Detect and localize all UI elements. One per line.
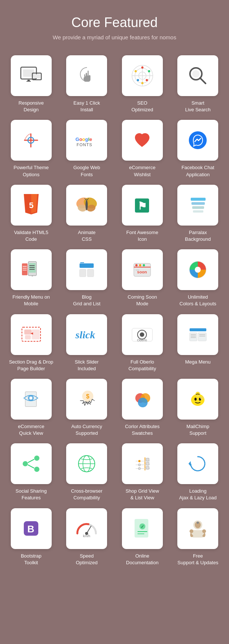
icon-box-blog-grid <box>66 249 107 290</box>
page-subtitle: We provide a myriad of unique features f… <box>7 34 222 40</box>
feature-label-validate-html5: Validate HTML5 Code <box>14 229 48 243</box>
header: Core Featured We provide a myriad of uni… <box>0 0 229 48</box>
svg-text:✓: ✓ <box>141 524 144 529</box>
icon-box-parallax <box>177 185 218 226</box>
icon-box-shop-grid <box>122 443 163 484</box>
feature-label-quickview: eCommerce Quick View <box>18 423 44 437</box>
svg-point-63 <box>143 264 145 266</box>
feature-label-easy-install: Easy 1 Click Install <box>73 100 100 113</box>
feature-label-section-drag-drop: Section Drag & Drop Page Builder <box>9 359 53 372</box>
svg-rect-69 <box>25 330 31 334</box>
feature-label-google-web-fonts: Google Web Fonts <box>73 164 100 178</box>
feature-item-free-support: Free Support & Updates <box>174 508 223 566</box>
icon-box-social-sharing <box>11 443 52 484</box>
feature-item-google-web-fonts: Google FONTS Google Web Fonts <box>62 120 112 178</box>
svg-point-132 <box>202 529 206 533</box>
feature-item-slick-slider: slick Slick Slider Included <box>62 314 112 372</box>
feature-item-color-swatches: Corlor Attributes Swatches <box>118 379 167 437</box>
feature-item-coming-soon: soon Coming Soon Mode <box>118 249 167 307</box>
svg-rect-78 <box>190 333 197 341</box>
svg-point-19 <box>192 70 200 78</box>
svg-point-112 <box>138 464 141 466</box>
feature-label-bootstrap: Bootstrap Toolkit <box>21 553 42 566</box>
feature-label-cross-browser: Cross-browser Compatbility <box>71 488 103 501</box>
feature-item-loading-ajax: Loading Ajax & Lazy Load <box>174 443 223 501</box>
icon-box-auto-currency: $ <box>66 379 107 420</box>
feature-item-mega-menu: Mega Menu <box>174 314 223 372</box>
svg-rect-5 <box>26 81 31 82</box>
svg-point-97 <box>200 397 203 399</box>
feature-label-shop-grid: Shop Grid View & List View <box>126 488 159 501</box>
feature-label-font-awesome: Font Awesome Icon <box>126 229 158 243</box>
icon-box-bootstrap: B <box>11 508 52 549</box>
feature-item-section-drag-drop: Section Drag & Drop Page Builder <box>7 314 56 372</box>
svg-point-33 <box>86 200 88 210</box>
feature-item-easy-install: Easy 1 Click Install <box>62 55 112 113</box>
feature-label-mega-menu: Mega Menu <box>185 359 211 365</box>
feature-label-powerful-theme-options: Powerful Theme Options <box>14 164 49 178</box>
icon-box-mailchimp <box>177 379 218 420</box>
icon-box-validate-html5: 5 <box>11 185 52 226</box>
icon-box-unlimited-colors <box>177 249 218 290</box>
feature-item-social-sharing: Social Sharing Features <box>7 443 56 501</box>
feature-label-animate-css: Animate CSS <box>78 229 96 243</box>
icon-box-online-docs: ✓ <box>122 508 163 549</box>
svg-rect-45 <box>193 210 203 213</box>
feature-item-auto-currency: $ Auto Currency Supported <box>62 379 112 437</box>
svg-text:Google: Google <box>75 137 92 142</box>
feature-label-seo-optimized: SEO Optimized <box>131 100 153 113</box>
icon-box-loading-ajax <box>177 443 218 484</box>
feature-item-cross-browser: Cross-browser Compatbility <box>62 443 112 501</box>
svg-point-133 <box>197 522 199 524</box>
feature-label-loading-ajax: Loading Ajax & Lazy Load <box>179 488 217 501</box>
svg-point-15 <box>146 79 148 81</box>
feature-item-validate-html5: 5 Validate HTML5 Code <box>7 185 56 243</box>
icon-box-cross-browser <box>66 443 107 484</box>
svg-marker-117 <box>188 461 191 466</box>
svg-rect-114 <box>146 458 149 461</box>
icon-box-color-swatches <box>122 379 163 420</box>
svg-point-62 <box>139 264 141 266</box>
icon-box-google-web-fonts: Google FONTS <box>66 120 107 161</box>
icon-box-font-awesome: ⚑ <box>122 185 163 226</box>
feature-item-unlimited-colors: Unlimited Colors & Layouts <box>174 249 223 307</box>
svg-rect-77 <box>190 328 206 331</box>
svg-rect-130 <box>191 530 204 538</box>
feature-label-parallax: Parralax Background <box>185 229 211 243</box>
icon-box-seo-optimized <box>122 55 163 96</box>
svg-point-111 <box>138 460 141 462</box>
svg-text:5: 5 <box>29 201 33 210</box>
icon-box-ecommerce-wishlist <box>122 120 163 161</box>
feature-label-ecommerce-wishlist: eCommerce Wishlist <box>129 164 155 178</box>
feature-label-social-sharing: Social Sharing Features <box>16 488 47 501</box>
feature-item-mailchimp: MailChimp Support <box>174 379 223 437</box>
svg-point-61 <box>135 264 138 266</box>
svg-rect-115 <box>146 462 149 465</box>
feature-item-facebook-chat: Facebook Chat Application <box>174 120 223 178</box>
icon-box-coming-soon: soon <box>122 249 163 290</box>
feature-item-animate-css: Animate CSS <box>62 185 112 243</box>
svg-rect-3 <box>33 74 40 78</box>
svg-text:FONTS: FONTS <box>77 142 92 147</box>
features-grid: Responsive Design Easy 1 Click Install S… <box>0 48 229 574</box>
feature-label-slick-slider: Slick Slider Included <box>75 359 99 372</box>
svg-point-87 <box>29 397 32 400</box>
svg-rect-79 <box>198 333 206 341</box>
icon-box-speed-optimized: km/h <box>66 508 107 549</box>
feature-item-ecommerce-wishlist: eCommerce Wishlist <box>118 120 167 178</box>
feature-item-shop-grid: Shop Grid View & List View <box>118 443 167 501</box>
feature-label-friendly-menu: Friendly Menu on Mobile <box>13 294 50 307</box>
feature-label-facebook-chat: Facebook Chat Application <box>181 164 214 178</box>
feature-label-free-support: Free Support & Updates <box>177 553 218 566</box>
svg-point-67 <box>195 267 201 273</box>
feature-item-smart-live-search: Smart Live Search <box>174 55 223 113</box>
icon-box-quickview <box>11 379 52 420</box>
svg-point-100 <box>34 456 39 461</box>
svg-rect-51 <box>32 276 33 276</box>
svg-line-103 <box>28 465 34 468</box>
svg-text:slick: slick <box>75 329 95 341</box>
feature-item-friendly-menu: Friendly Menu on Mobile <box>7 249 56 307</box>
page-title: Core Featured <box>7 15 222 30</box>
icon-box-facebook-chat <box>177 120 218 161</box>
svg-point-95 <box>194 398 197 401</box>
